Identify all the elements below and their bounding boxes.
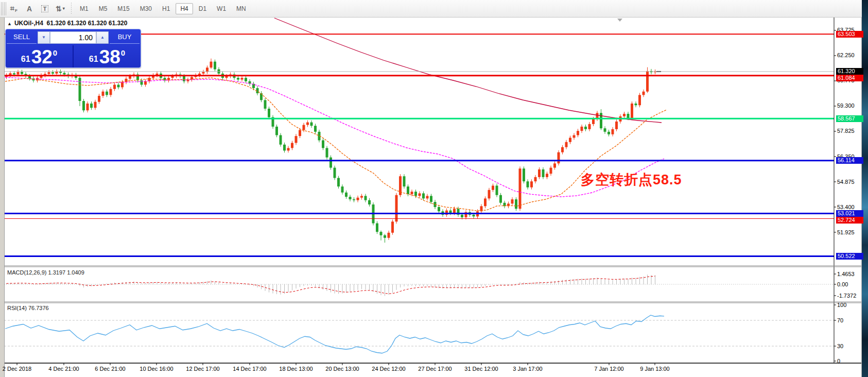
candle-body [51,72,54,74]
crosshair-grid-icon[interactable]: ⌗F [8,3,20,15]
candle-body [615,122,618,129]
candle-body [388,233,390,238]
candle-body [264,100,267,109]
candle-body [380,232,383,235]
buy-price[interactable]: 61 38 0 [74,45,141,67]
time-scale-label: 9 Jan 13:00 [640,366,670,372]
time-scale-label: 27 Dec 17:00 [418,366,452,372]
volume-input[interactable]: 1.00 [50,31,96,44]
candle-body [600,113,602,128]
volume-decrease-button[interactable]: ▼ [38,31,50,44]
candle-body [117,84,120,87]
candle-body [79,78,81,101]
time-scale-label: 3 Jan 17:00 [513,366,543,372]
price-badge-58.567: 58.567 [836,115,863,122]
candle-body [86,104,89,110]
candle-body [121,82,124,87]
candle-body [102,92,105,96]
rsi-scale-label: 70 [837,317,864,324]
timeframe-w1[interactable]: W1 [212,3,231,14]
candle-body [56,72,58,74]
candle-body [106,92,108,95]
candle-body [17,72,20,75]
candle-body [329,158,332,168]
candle-body [63,73,66,75]
candle-body [449,211,452,213]
volume-increase-button[interactable]: ▲ [96,31,109,44]
chart-text-annotation: 多空转折点58.5 [581,170,682,189]
candle-body [569,138,571,142]
candle-body [21,72,23,74]
candle-body [553,163,556,167]
candle-body [314,126,317,132]
candle-body [395,195,398,221]
price-badge-52.724: 52.724 [836,217,863,224]
candle-body [171,76,174,78]
candle-body [391,221,394,233]
timeframe-d1[interactable]: D1 [194,3,211,14]
timeframe-h4[interactable]: H4 [176,3,193,14]
time-scale-label: 24 Dec 12:00 [372,366,405,372]
candle-body [592,119,595,124]
price-badge-56.114: 56.114 [836,157,863,164]
buy-button[interactable]: BUY [110,31,140,44]
text-label-icon[interactable]: A [23,3,36,15]
timeframe-mn[interactable]: MN [232,3,251,14]
toolbar-grip[interactable] [1,2,6,15]
buy-price-point: 0 [121,48,125,57]
timeframe-m1[interactable]: M1 [75,3,93,14]
candle-body [245,78,247,81]
candle-body [496,185,498,195]
candle-body [295,136,298,143]
toolbar: ⌗F A T ⇅▾ M1M5M15M30H1H4D1W1MN [0,0,862,18]
candle-body [364,196,367,200]
timeframe-m5[interactable]: M5 [94,3,112,14]
candle-body [499,195,502,203]
candle-body [98,96,100,102]
candle-body [453,209,456,213]
candle-body [542,169,545,177]
one-click-trade-panel: SELL ▼ 1.00 ▲ BUY 61 32 0 61 38 0 [5,29,141,68]
candle-body [561,147,564,152]
candle-body [638,95,641,105]
time-scale-label: 6 Dec 21:00 [95,366,125,372]
timeframe-h1[interactable]: H1 [158,3,175,14]
sell-button[interactable]: SELL [7,31,37,44]
price-badge-63.503: 63.503 [836,31,863,38]
candle-body [183,76,185,81]
candle-body [287,148,290,150]
time-scale-label: 14 Dec 17:00 [233,366,266,372]
candle-body [484,198,487,206]
candle-body [202,72,205,74]
macd-scale-label: -1.7372 [837,293,864,299]
time-scale-label: 4 Dec 21:00 [48,366,79,372]
text-label-glyph: A [27,5,32,13]
sell-price-handle: 61 [21,55,30,64]
time-scale-label: 2 Dec 2018 [3,366,31,372]
macd-scale-label: 1.4653 [837,271,864,278]
candle-body [113,84,116,89]
time-scale-label: 10 Dec 16:00 [140,366,173,372]
cycle-arrows-icon[interactable]: ⇅▾ [54,3,66,15]
price-scale-label: 54.875 [837,179,864,185]
timeframe-m15[interactable]: M15 [113,3,134,14]
candle-body [527,181,529,187]
candle-body [492,185,494,190]
candle-body [303,125,305,130]
sell-price[interactable]: 61 32 0 [6,45,73,67]
collapse-arrow-icon[interactable]: ▲ [7,21,12,26]
timeframe-m30[interactable]: M30 [135,3,157,14]
price-scale-label: 62.250 [837,52,864,59]
text-box-icon[interactable]: T [39,3,51,15]
rsi-scale-label: 0 [837,358,864,365]
chevron-down-icon: ▾ [63,6,65,11]
candle-body [368,200,371,204]
time-scale-label: 7 Jan 12:00 [594,366,624,372]
candle-body [426,196,429,198]
candle-body [523,168,525,181]
macd-label: MACD(12,26,9) 1.3197 1.0409 [7,269,84,276]
buy-price-handle: 61 [89,55,98,64]
candle-body [530,181,533,187]
chart-shift-marker-icon[interactable] [617,19,622,22]
candle-body [511,199,514,203]
